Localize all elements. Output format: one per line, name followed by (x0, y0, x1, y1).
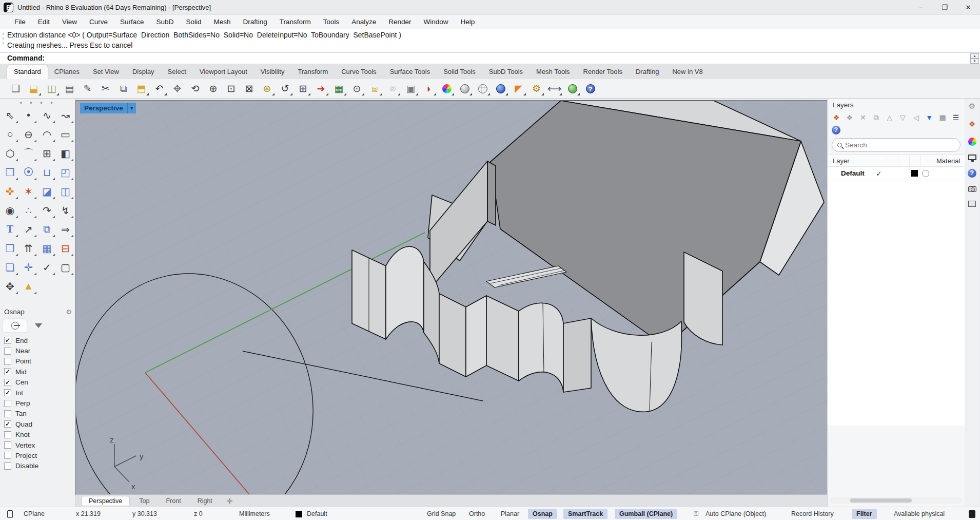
sphere-icon[interactable]: ⦿ (19, 163, 38, 182)
viewport-canvas[interactable]: z y x (76, 101, 827, 494)
color-wheel-icon[interactable] (438, 81, 455, 97)
toolbar-tab-display[interactable]: Display (126, 65, 161, 79)
layer-current-check-icon[interactable]: ✓ (873, 169, 885, 178)
new-layer-icon[interactable]: ❖ (831, 112, 842, 123)
linear-array-icon[interactable]: ⊟ (56, 239, 75, 258)
new-sublayer-icon[interactable]: ❖ (844, 112, 855, 123)
viewport-tab-top[interactable]: Top (132, 496, 156, 506)
layer-row-default[interactable]: Default ✓ (828, 167, 965, 180)
viewport-title[interactable]: Perspective (80, 103, 127, 113)
grid-array-icon[interactable]: ▦ (38, 239, 56, 258)
help-icon[interactable]: ? (582, 81, 599, 97)
polygon-icon[interactable]: ⬡ (1, 144, 19, 163)
panel-gear-icon[interactable]: ⚙ (969, 102, 975, 111)
trim-icon[interactable]: ◪ (38, 182, 56, 201)
delete-layer-icon[interactable]: ✕ (857, 112, 869, 123)
curve-points-icon[interactable]: ∿ (38, 106, 56, 125)
named-views-panel-tab-icon[interactable] (968, 186, 976, 192)
checkbox[interactable] (4, 400, 11, 407)
plugin-puzzle-icon[interactable]: ✜ (1, 182, 19, 201)
move-up-icon[interactable]: △ (884, 112, 895, 123)
checkbox[interactable]: ✓ (4, 379, 11, 386)
checkbox[interactable] (4, 441, 11, 449)
boolean-icon[interactable]: ▢ (56, 258, 75, 277)
menu-mesh[interactable]: Mesh (207, 16, 237, 28)
grid-snap-toggle[interactable]: Grid Snap (427, 507, 456, 520)
checkbox[interactable]: ✓ (4, 337, 11, 344)
toolbar-tab-cplanes[interactable]: CPlanes (48, 65, 86, 79)
checkbox[interactable]: ✓ (4, 420, 11, 428)
command-scroll-up-button[interactable]: ▲ (970, 53, 979, 59)
options-gear-icon[interactable]: ⚙ (528, 81, 545, 97)
menu-drafting[interactable]: Drafting (237, 16, 273, 28)
layer-column-header[interactable]: Layer (828, 157, 887, 165)
layers-panel-tab-icon[interactable]: ❖ (969, 120, 975, 129)
materials-panel-tab-icon[interactable] (968, 201, 976, 207)
osnap-toggle-icon[interactable]: ⊙ (348, 81, 365, 97)
toolbar-tab-render-tools[interactable]: Render Tools (577, 65, 629, 79)
cylinder-icon[interactable]: ⊔ (38, 163, 56, 182)
status-units[interactable]: Millimeters (239, 507, 270, 520)
checkbox[interactable] (4, 431, 11, 438)
object-snap-shapes-icon[interactable]: ⧈ (366, 81, 383, 97)
restore-button[interactable]: ❐ (933, 0, 956, 14)
toolbar-tab-solid-tools[interactable]: Solid Tools (437, 65, 482, 79)
menu-edit[interactable]: Edit (32, 16, 56, 28)
toolbar-tab-viewport-layout[interactable]: Viewport Layout (193, 65, 254, 79)
rotate-view-icon[interactable]: ⟲ (187, 81, 204, 97)
layers-horizontal-scrollbar[interactable] (830, 497, 962, 504)
shaded-sphere-icon[interactable] (456, 81, 473, 97)
close-button[interactable]: ✕ (956, 0, 980, 14)
viewport-tab-right[interactable]: Right (190, 496, 220, 506)
properties-panel-tab-icon[interactable] (968, 138, 976, 146)
block-icon[interactable]: ⧉ (38, 220, 56, 239)
notification-icon[interactable]: ◤ (510, 81, 527, 97)
curve-handles-icon[interactable]: ↝ (56, 106, 75, 125)
zoom-window-icon[interactable]: ⊡ (223, 81, 240, 97)
copy-icon[interactable]: ⧉ (115, 81, 132, 97)
layer-swatch-icon[interactable] (296, 507, 302, 520)
toolbar-tab-new-in-v8[interactable]: New in V8 (665, 65, 709, 79)
curve-edit-icon[interactable]: ↯ (56, 201, 75, 220)
add-viewport-tab-button[interactable]: ✛ (222, 497, 238, 505)
pyramid-icon[interactable]: ▲ (19, 277, 38, 296)
search-input[interactable] (845, 141, 937, 149)
zoom-extents-icon[interactable]: ⊠ (241, 81, 258, 97)
record-history-toggle[interactable]: Record History (791, 507, 834, 520)
box-icon[interactable]: ❒ (1, 163, 19, 182)
menu-view[interactable]: View (56, 16, 83, 28)
ortho-toggle[interactable]: Ortho (469, 507, 485, 520)
toolbar-tab-visibility[interactable]: Visibility (254, 65, 291, 79)
lock-icon[interactable]: ⚿ (694, 507, 698, 520)
layer-color-swatch[interactable] (911, 170, 918, 177)
toolbar-tab-set-view[interactable]: Set View (86, 65, 126, 79)
status-cplane-button[interactable]: CPlane (24, 507, 45, 520)
viewport-layout-icon[interactable]: ⊞ (295, 81, 311, 97)
auto-cplane-toggle[interactable]: Auto CPlane (Object) (705, 507, 766, 520)
point-icon[interactable]: • (19, 106, 38, 125)
undo-icon[interactable]: ↶ (151, 81, 168, 97)
table-grid-icon[interactable]: ▦ (937, 112, 948, 123)
split-icon[interactable]: ◫ (56, 182, 75, 201)
circle-icon[interactable]: ○ (1, 125, 19, 144)
osnap-snaps-tab[interactable] (3, 319, 27, 332)
zoom-dynamic-icon[interactable]: ⊕ (205, 81, 222, 97)
named-view-car-icon[interactable]: ➔ (312, 81, 329, 97)
distance-icon[interactable]: ⟷ (546, 81, 563, 97)
explode-icon[interactable]: ✶ (19, 182, 38, 201)
undo-view-icon[interactable]: ↺ (277, 81, 293, 97)
move-icon[interactable]: ↗ (19, 220, 38, 239)
fillet-curve-icon[interactable]: ⌒ (19, 144, 38, 163)
toolbar-tab-surface-tools[interactable]: Surface Tools (383, 65, 437, 79)
palette-grip[interactable]: ● ● ● ● (0, 99, 75, 106)
material-column-header[interactable]: Material (932, 157, 960, 165)
command-dock-grip[interactable]: ●●● (1, 31, 5, 62)
flow-icon[interactable]: ⇒ (56, 220, 75, 239)
array-up-icon[interactable]: ⇈ (19, 239, 38, 258)
menu-surface[interactable]: Surface (114, 16, 150, 28)
lamp-icon[interactable]: ⌾ (384, 81, 401, 97)
menu-curve[interactable]: Curve (83, 16, 114, 28)
toolbar-tab-transform[interactable]: Transform (291, 65, 335, 79)
toolbar-tab-standard[interactable]: Standard (7, 65, 48, 79)
push-pull-icon[interactable]: ✥ (1, 277, 19, 296)
